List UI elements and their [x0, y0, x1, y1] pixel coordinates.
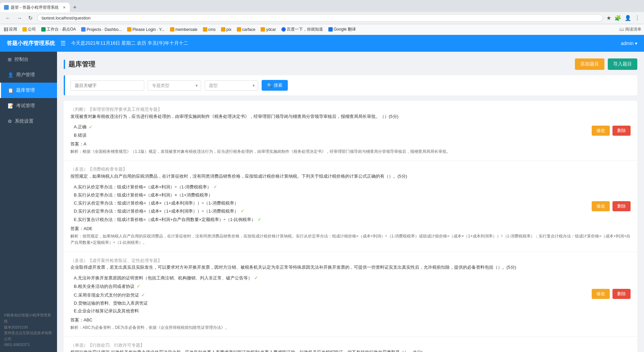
bookmark-projects[interactable]: Projects · Dashbo...	[80, 27, 123, 33]
edit-question-button[interactable]: 修改	[592, 126, 610, 136]
question-answer: 答案：ADE	[70, 226, 631, 232]
bookmark-workbench-label: 工作台 · 易点OA	[47, 27, 76, 32]
sidebar-item-settings[interactable]: ⚙ 系统设置	[0, 114, 57, 129]
new-tab-button[interactable]: +	[70, 4, 80, 11]
page-title: 题库管理	[64, 60, 95, 69]
sidebar-item-questions[interactable]: 📋 题库管理	[0, 83, 57, 98]
reading-list-icon[interactable]: 📖 阅读清单	[619, 27, 641, 32]
correct-check-icon: ✓	[258, 215, 262, 224]
correct-check-icon: ✓	[213, 183, 217, 191]
question-type-tag: （多选）【消费税检查专题】	[70, 167, 127, 172]
sidebar-item-exams[interactable]: 📝 考试管理	[0, 98, 57, 114]
bookmark-workbench[interactable]: 工作台 · 易点OA	[40, 26, 77, 33]
search-category-select[interactable]: 题型	[205, 80, 258, 91]
profile-icon[interactable]: 👤	[625, 15, 631, 21]
sidebar: ⊞ 控制台 👤 用户管理 📋 题库管理 📝 考试管理 ⚙ 系统设置 ©税务知识管…	[0, 52, 57, 352]
header-username[interactable]: admin ▾	[621, 41, 637, 46]
question-header: （判断）【审理管理程序要求及工作规范专题】 发现被查对象有税收违法行为，应当进行…	[70, 106, 631, 120]
menu-dots-icon[interactable]: ⋮	[635, 15, 640, 21]
search-category-wrapper: 题型 ▾	[205, 80, 258, 91]
baidu-icon	[281, 27, 286, 32]
edit-question-button[interactable]: 修改	[592, 289, 610, 299]
question-option: D.货物运输的资料、货物出入库房凭证	[74, 299, 631, 307]
bookmark-ydcar[interactable]: ydcar	[259, 27, 277, 33]
hamburger-icon[interactable]: ☰	[60, 40, 66, 47]
header-user-area[interactable]: admin ▾	[621, 41, 637, 46]
question-type-tag: （判断）【审理管理程序要求及工作规范专题】	[70, 107, 162, 112]
bookmark-cms-label: cms	[208, 27, 216, 32]
correct-check-icon: ✓	[254, 274, 258, 282]
import-question-button[interactable]: 导入题目	[608, 58, 637, 70]
question-analysis: 解析：ABC为必备资料，DE为非必备资料，依据《企业所得税税前扣除凭证管理办法》…	[70, 324, 631, 331]
users-icon: 👤	[8, 72, 13, 78]
search-button-label: 搜索	[274, 82, 282, 88]
tab-close-icon[interactable]: ✕	[63, 5, 66, 10]
bookmark-carface-label: carface	[242, 27, 255, 32]
bookmark-google-translate[interactable]: Google 翻译	[327, 26, 357, 33]
question-actions: 修改 删除	[592, 201, 631, 211]
extension-icon[interactable]: 🧩	[614, 15, 621, 21]
sidebar-item-users[interactable]: 👤 用户管理	[0, 67, 57, 83]
question-answer: 答案：ABC	[70, 317, 631, 323]
back-button[interactable]: ←	[4, 14, 12, 22]
option-label: B.相关业务活动的合同或者协议	[74, 282, 135, 290]
edit-question-button[interactable]: 修改	[592, 201, 610, 211]
correct-check-icon: ✓	[141, 291, 145, 299]
content-area: 题库管理 添加题目 导入题目 专题类型 ▾ 题型	[57, 52, 644, 352]
delete-question-button[interactable]: 删除	[612, 126, 631, 136]
correct-check-icon: ✓	[240, 207, 245, 215]
footer-line4: 0851-83832371	[4, 342, 53, 348]
footer-line1: ©税务知识管题小程序管理系统	[4, 312, 53, 324]
question-option: B.错误	[74, 131, 631, 139]
search-button[interactable]: 🔍 搜索	[262, 80, 288, 91]
option-label: B.错误	[74, 131, 87, 139]
footer-line3: 贵州意点点互联信息技术有限公司	[4, 330, 53, 342]
search-type-select[interactable]: 专题类型	[148, 80, 201, 91]
question-type-tag: （多选）【虚开案件检查取证、定性处理专题】	[70, 258, 162, 263]
question-option: D.实行从价定率办法：组成计算价格=（成本×（1+成本利润率））÷（1-消费税税…	[74, 207, 631, 215]
bookmark-cms[interactable]: cms	[202, 27, 217, 33]
sidebar-item-dashboard-label: 控制台	[14, 56, 29, 62]
tab-title: 题管 - 答题小程序管理系统	[11, 5, 59, 10]
delete-question-button[interactable]: 删除	[612, 289, 631, 299]
bookmark-company[interactable]: 公司	[21, 26, 37, 33]
bookmark-carface[interactable]: carface	[235, 27, 257, 33]
active-tab[interactable]: 题管 - 答题小程序管理系统 ✕	[0, 3, 70, 12]
correct-check-icon: ✓	[137, 282, 141, 291]
bookmark-star-icon[interactable]: ★	[606, 15, 611, 21]
question-option: E.实行复合计税办法：组成计算价格=（成本+利润+自产自用数量×定额税率）÷（1…	[74, 215, 631, 224]
forward-button[interactable]: →	[15, 14, 23, 22]
bookmark-baidu[interactable]: 百度一下，你就知道	[280, 26, 324, 33]
bookmark-membersale[interactable]: membersale	[169, 27, 199, 33]
bookmark-pix[interactable]: pix	[220, 27, 233, 33]
refresh-button[interactable]: ↻	[27, 14, 34, 22]
address-input[interactable]	[37, 14, 603, 22]
option-label: E.企业会计核算记录以及其他资料	[74, 307, 139, 315]
question-answer: 答案：A	[70, 141, 631, 147]
sidebar-item-settings-label: 系统设置	[15, 118, 34, 124]
option-label: A.无法补开换开发票原因的证明资料（包括工商注销、机构撤销、列入非正常、破产公告…	[74, 274, 252, 282]
sidebar-item-dashboard[interactable]: ⊞ 控制台	[0, 52, 57, 67]
delete-question-button[interactable]: 删除	[612, 201, 631, 211]
pix-icon	[221, 27, 225, 32]
search-keyword-input[interactable]	[70, 80, 144, 91]
apps-grid-icon	[4, 28, 8, 32]
option-label: D.货物运输的资料、货物出入库房凭证	[74, 299, 148, 307]
bookmark-please-login-label: Please Login · Y...	[132, 27, 165, 32]
header-date: 今天是2021年11月16日 星期二 农历 辛丑(牛)年十月十二	[71, 40, 188, 46]
add-question-button[interactable]: 添加题目	[575, 58, 604, 70]
option-label: C.实行从价定率办法：组成计算价格=（成本×（1+成本利润率））÷（1-消费税税…	[74, 199, 238, 207]
question-item: （单选）【行政处罚、行政许可专题】 根据行政处罚法规定,行政机关作出责令停业处罚…	[64, 337, 637, 352]
question-item: （多选）【消费税检查专题】 按照规定，如果纳税人自产自用的应税消费品，在计算征收…	[64, 161, 637, 252]
bookmark-please-login[interactable]: Please Login · Y...	[126, 27, 166, 33]
footer-line2: 版本20201230	[4, 324, 53, 331]
question-actions: 修改 删除	[592, 289, 631, 299]
question-option: C.实行从价定率办法：组成计算价格=（成本×（1+成本利润率））÷（1-消费税税…	[74, 199, 631, 207]
bookmarks-bar: 应用 公司 工作台 · 易点OA Projects · Dashbo... Pl…	[0, 24, 644, 35]
address-bar: ← → ↻ ★ 🧩 👤 ⋮	[0, 12, 644, 24]
ydcar-icon	[261, 27, 265, 32]
membersale-icon	[170, 27, 174, 32]
search-type-wrapper: 专题类型 ▾	[148, 80, 201, 91]
bookmark-apps[interactable]: 应用	[3, 26, 18, 33]
question-analysis: 解析：根据《全国税务稽查规范》（1.1版）规定，发现被查对象有税收违法行为，应当…	[70, 148, 631, 155]
